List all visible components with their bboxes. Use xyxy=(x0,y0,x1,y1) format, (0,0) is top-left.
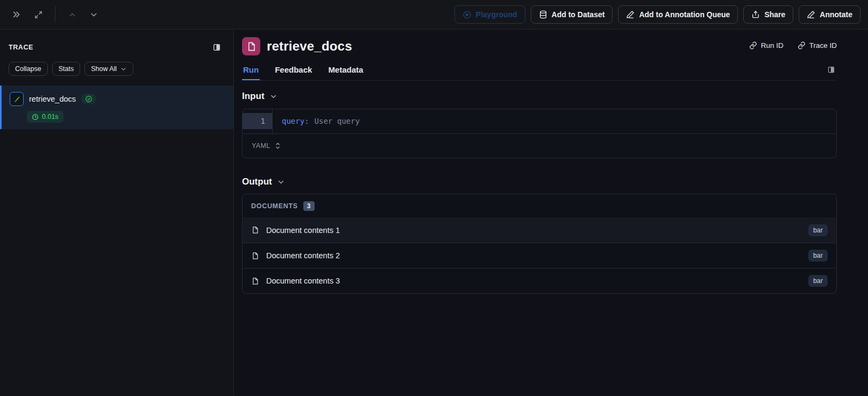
annotate-label: Annotate xyxy=(820,10,852,19)
input-code-block: 1 query: User query YAML xyxy=(242,109,837,158)
tool-run-icon xyxy=(10,92,24,106)
share-upload-icon xyxy=(751,10,760,19)
split-panel-icon[interactable] xyxy=(209,39,225,55)
pen-icon xyxy=(626,10,635,19)
clock-icon xyxy=(32,114,39,121)
yaml-value: User query xyxy=(315,117,360,125)
run-type-icon xyxy=(242,37,260,55)
run-id-label: Run ID xyxy=(761,41,784,49)
database-icon xyxy=(539,10,547,19)
stats-label: Stats xyxy=(59,65,74,73)
collapse-label: Collapse xyxy=(15,65,41,73)
prev-run-button[interactable] xyxy=(64,6,80,23)
format-select[interactable]: YAML xyxy=(252,142,281,150)
maximize-icon xyxy=(34,10,43,19)
chevron-down-icon xyxy=(269,93,278,101)
side-panel-toggle-icon[interactable] xyxy=(825,63,837,75)
add-to-dataset-label: Add to Dataset xyxy=(552,10,605,19)
code-content[interactable]: query: User query xyxy=(273,109,836,133)
annotate-button[interactable]: Annotate xyxy=(799,5,860,24)
columns-icon xyxy=(827,66,835,74)
link-icon xyxy=(798,41,806,49)
columns-icon xyxy=(212,43,221,52)
page-title: retrieve_docs xyxy=(267,39,352,54)
add-to-annotation-queue-label: Add to Annotation Queue xyxy=(639,10,730,19)
file-icon xyxy=(251,277,259,285)
expand-fullscreen-icon[interactable] xyxy=(30,6,46,23)
document-text: Document contents 1 xyxy=(266,226,340,235)
document-icon xyxy=(246,41,257,52)
document-tag-badge: bar xyxy=(808,250,828,261)
trace-item-name: retrieve_docs xyxy=(29,95,76,103)
share-label: Share xyxy=(764,10,785,19)
yaml-key: query: xyxy=(282,117,309,125)
add-to-annotation-queue-button[interactable]: Add to Annotation Queue xyxy=(618,5,738,24)
file-icon xyxy=(251,252,259,260)
double-chevron-right-icon xyxy=(12,10,22,19)
output-heading: Output xyxy=(242,176,272,187)
tab-metadata[interactable]: Metadata xyxy=(327,63,364,80)
run-detail-panel: retrieve_docs Run ID Trace ID xyxy=(234,30,868,395)
tab-feedback[interactable]: Feedback xyxy=(274,63,313,80)
line-number: 1 xyxy=(243,113,272,129)
tool-glyph-icon xyxy=(13,95,21,103)
document-row[interactable]: Document contents 1 bar xyxy=(243,217,836,243)
collapse-button[interactable]: Collapse xyxy=(9,62,48,76)
run-id-link[interactable]: Run ID xyxy=(749,41,784,49)
duration-value: 0.01s xyxy=(42,113,59,121)
code-gutter: 1 xyxy=(243,109,273,133)
select-arrows-icon xyxy=(274,142,281,150)
playground-label: Playground xyxy=(476,10,517,19)
output-section-toggle[interactable]: Output xyxy=(242,176,837,187)
document-row[interactable]: Document contents 3 bar xyxy=(243,268,836,293)
tab-run[interactable]: Run xyxy=(242,63,260,80)
chevron-down-icon xyxy=(89,10,98,19)
format-label: YAML xyxy=(252,142,271,150)
document-text: Document contents 2 xyxy=(266,251,340,260)
chevron-down-icon xyxy=(277,178,285,186)
play-circle-icon xyxy=(463,10,472,19)
trace-panel-title: TRACE xyxy=(9,44,33,51)
document-text: Document contents 3 xyxy=(266,277,340,285)
collapse-panel-icon[interactable] xyxy=(9,6,25,23)
pen-icon xyxy=(807,10,815,19)
chevron-down-icon xyxy=(120,66,127,73)
document-row[interactable]: Document contents 2 bar xyxy=(243,243,836,268)
link-icon xyxy=(749,41,757,49)
documents-count-badge: 3 xyxy=(303,201,315,211)
show-all-label: Show All xyxy=(91,65,117,73)
toolbar-divider xyxy=(55,6,55,23)
documents-label: DOCUMENTS xyxy=(251,202,298,210)
topbar: Playground Add to Dataset Add to Annotat… xyxy=(0,0,868,30)
file-icon xyxy=(251,226,259,234)
share-button[interactable]: Share xyxy=(743,5,793,24)
trace-sidebar: TRACE Collapse Stats Show All xyxy=(0,30,234,395)
document-tag-badge: bar xyxy=(808,275,828,287)
add-to-dataset-button[interactable]: Add to Dataset xyxy=(531,5,613,24)
playground-button[interactable]: Playground xyxy=(454,5,525,24)
stats-button[interactable]: Stats xyxy=(52,62,81,76)
trace-id-label: Trace ID xyxy=(809,41,837,49)
output-documents-card: DOCUMENTS 3 Document contents 1 bar D xyxy=(242,194,837,294)
input-heading: Input xyxy=(242,91,265,102)
document-tag-badge: bar xyxy=(808,224,828,236)
duration-badge: 0.01s xyxy=(27,111,63,123)
input-section-toggle[interactable]: Input xyxy=(242,91,837,102)
success-status-badge xyxy=(81,94,96,104)
trace-tree-item-retrieve-docs[interactable]: retrieve_docs 0.01s xyxy=(0,86,233,129)
chevron-up-icon xyxy=(68,10,77,19)
next-run-button[interactable] xyxy=(86,6,102,23)
check-circle-icon xyxy=(85,95,93,103)
show-all-dropdown[interactable]: Show All xyxy=(84,62,133,76)
trace-id-link[interactable]: Trace ID xyxy=(798,41,837,49)
